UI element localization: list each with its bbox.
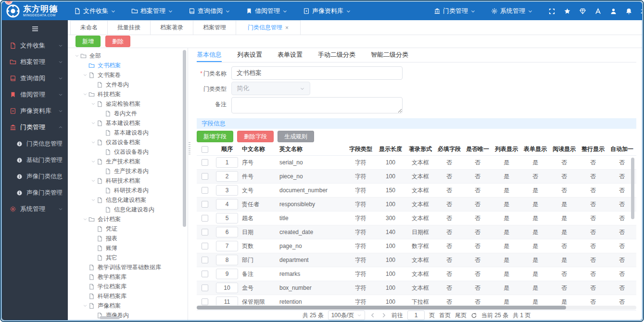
sidebar-item[interactable]: 查询借阅 [2, 70, 68, 87]
row-checkbox[interactable] [202, 271, 208, 277]
tree-expand-arrow-icon[interactable] [90, 198, 97, 202]
tree-node[interactable]: 仪器设备档案 [71, 137, 183, 147]
tree-node[interactable]: 教学档案库 [71, 272, 183, 282]
order-input[interactable]: 9 [216, 269, 238, 279]
topnav-item[interactable]: 系统管理 [491, 7, 533, 15]
scrollbar-thumb[interactable] [197, 306, 566, 310]
tree-node[interactable]: 科研档案库 [71, 291, 183, 301]
sidebar-item[interactable]: 声像门类管理 [2, 185, 68, 201]
row-checkbox[interactable] [202, 257, 208, 263]
fullscreen-icon[interactable] [548, 8, 556, 15]
order-input[interactable]: 7 [216, 241, 238, 251]
sidebar-collapse-button[interactable] [2, 20, 68, 37]
tree-node[interactable]: 全部 [71, 51, 183, 61]
order-input[interactable]: 3 [216, 185, 238, 196]
page-tab[interactable]: 门类信息管理 × [236, 20, 301, 35]
tree-node[interactable]: 声像卷内 [71, 310, 183, 320]
row-checkbox[interactable] [202, 243, 208, 249]
sidebar-item[interactable]: 门类管理 [2, 119, 68, 136]
favorite-star-icon[interactable] [564, 8, 571, 15]
table-row[interactable]: 10盒号box_number字符100文本框否否是是否否否 [197, 281, 636, 295]
topnav-item[interactable]: 门类管理 [434, 7, 476, 15]
remark-textarea[interactable] [231, 97, 403, 113]
add-button[interactable]: 新增 [76, 36, 101, 47]
topnav-item[interactable]: 文件收集 [74, 7, 116, 15]
tree-expand-arrow-icon[interactable] [90, 159, 97, 164]
add-field-button[interactable]: 新增字段 [197, 131, 233, 142]
detail-tab[interactable]: 手动二级分类 [318, 48, 355, 62]
table-row[interactable]: 6日期created_date字符140日期框否否是是是否否 [197, 225, 636, 239]
user-icon[interactable] [610, 8, 617, 15]
tree-node[interactable]: 科技档案 [71, 89, 183, 99]
page-tab[interactable]: 档案管理 [193, 20, 236, 35]
detail-tab[interactable]: 智能二级分类 [371, 48, 408, 62]
page-tab[interactable]: 批量挂接 [107, 20, 150, 35]
tree-expand-arrow-icon[interactable] [90, 178, 97, 183]
table-row[interactable]: 7页数page_no字符100数字框否否是是否否否 [197, 239, 636, 253]
tree-node[interactable]: 教学训练管理基础数据库 [71, 262, 183, 272]
tree-node[interactable]: 会计档案 [71, 214, 183, 224]
page-tab[interactable]: 未命名 [70, 20, 107, 35]
font-size-icon[interactable] [594, 8, 602, 15]
row-checkbox[interactable] [202, 159, 208, 166]
table-row[interactable]: 11保管期限retention字符100下拉框否否是是是否否 [197, 295, 636, 305]
order-input[interactable]: 5 [216, 213, 238, 223]
tree-expand-arrow-icon[interactable] [74, 53, 80, 58]
last-page-link[interactable]: 尾页 [455, 311, 467, 320]
sidebar-item[interactable]: 借阅管理 [2, 87, 68, 103]
detail-tab[interactable]: 表单设置 [278, 48, 303, 62]
detail-tab[interactable]: 基本信息 [197, 48, 222, 62]
prev-page-icon[interactable] [369, 312, 376, 319]
tree-expand-arrow-icon[interactable] [90, 101, 97, 106]
tree-expand-arrow-icon[interactable] [82, 92, 88, 97]
topnav-item[interactable]: 查询借阅 [189, 7, 230, 15]
page-number-input[interactable]: 1 [407, 310, 425, 320]
order-input[interactable]: 1 [216, 157, 238, 168]
sidebar-item[interactable]: 文件收集 [2, 37, 68, 54]
tree-node[interactable]: 信息化建设档案 [71, 195, 183, 205]
tree-node[interactable]: 生产技术档案 [71, 157, 183, 166]
delete-button[interactable]: 删除 [105, 36, 130, 47]
tree-node[interactable]: 信息化建设卷内 [71, 205, 183, 214]
row-checkbox[interactable] [202, 187, 208, 194]
tree-node[interactable]: 其它 [71, 253, 183, 262]
sidebar-item[interactable]: 门类信息管理 [2, 136, 68, 152]
tree-node[interactable]: 基本建设卷内 [71, 128, 183, 137]
tree-node[interactable]: 文书案卷 [71, 70, 183, 80]
order-input[interactable]: 4 [216, 199, 238, 210]
table-vertical-scrollbar[interactable] [631, 158, 634, 219]
tree-horizontal-scrollbar[interactable] [100, 316, 120, 319]
tree-node[interactable]: 账簿 [71, 243, 183, 253]
table-row[interactable]: 8部门department字符100文本框否否是是是否否 [197, 253, 636, 267]
table-row[interactable]: 4责任者responsibleby字符100文本框否否是是是否否 [197, 198, 636, 211]
tree-node[interactable]: 生产技术卷内 [71, 166, 183, 176]
tree-node[interactable]: 科研技术卷内 [71, 186, 183, 195]
panel-splitter[interactable] [188, 48, 191, 320]
table-row[interactable]: 3文号document_number字符150文本框否否是是否否否 [197, 184, 636, 198]
tree-node[interactable]: 鉴定检验档案 [71, 99, 183, 109]
tree-expand-arrow-icon[interactable] [82, 217, 88, 222]
close-tab-icon[interactable]: × [285, 25, 289, 31]
tree-node[interactable]: 声像档案 [71, 301, 183, 310]
tree-node[interactable]: 文件卷内 [71, 80, 183, 89]
topnav-item[interactable]: 档案管理 [131, 7, 173, 15]
tree-vertical-scrollbar[interactable] [183, 50, 186, 227]
category-name-input[interactable] [231, 66, 403, 80]
tree-expand-arrow-icon[interactable] [82, 73, 88, 77]
refresh-icon[interactable] [471, 312, 477, 319]
tree-node[interactable]: 文书档案 [71, 61, 183, 70]
delete-field-button[interactable]: 删除字段 [237, 131, 274, 142]
row-checkbox[interactable] [202, 201, 208, 208]
table-row[interactable]: 2件号piece_no字符100文本框否否是否否否否 [197, 170, 636, 184]
category-type-select[interactable]: 简化 [231, 82, 310, 95]
table-row[interactable]: 1序号serial_no字符100文本框否否是是否否否 [197, 156, 636, 170]
table-row[interactable]: 9备注remarks字符100文本框否否是是否否否 [197, 267, 636, 281]
order-input[interactable]: 11 [216, 297, 238, 305]
tree-node[interactable]: 报表 [71, 234, 183, 243]
topnav-item[interactable]: 借阅管理 [246, 7, 288, 15]
tree-node[interactable]: 凭证 [71, 224, 183, 234]
row-checkbox[interactable] [202, 285, 208, 291]
order-input[interactable]: 2 [216, 171, 238, 182]
row-checkbox[interactable] [202, 215, 208, 222]
tree-expand-arrow-icon[interactable] [90, 140, 97, 145]
